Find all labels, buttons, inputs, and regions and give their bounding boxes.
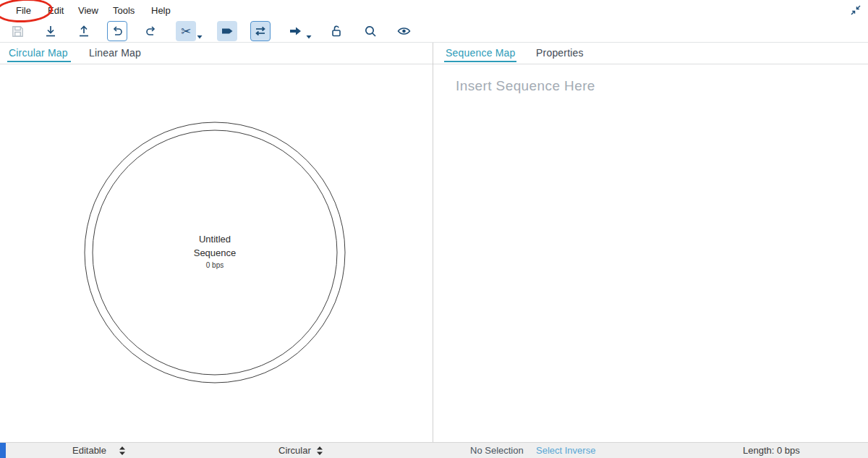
menu-view[interactable]: View <box>78 5 98 16</box>
download-button[interactable] <box>41 21 61 41</box>
topology-sort-icon[interactable] <box>316 446 323 458</box>
length-status: Length: 0 bps <box>743 445 800 456</box>
menu-tools[interactable]: Tools <box>113 5 135 16</box>
plasmid-label: Untitled Sequence 0 bps <box>157 232 273 269</box>
toolbar-divider <box>0 42 868 43</box>
panel-divider <box>433 43 433 442</box>
plasmid-name-line2: Sequence <box>157 246 273 260</box>
visibility-button[interactable] <box>393 21 414 41</box>
selection-status: No Selection <box>470 445 524 456</box>
tab-circular-map[interactable]: Circular Map <box>9 47 68 59</box>
status-bar: Editable Circular No Selection Select In… <box>0 442 868 458</box>
cut-dropdown-chevron-icon[interactable] <box>197 29 203 42</box>
save-icon <box>11 25 25 38</box>
redo-icon <box>144 24 158 38</box>
editable-sort-icon[interactable] <box>119 446 126 458</box>
cut-button[interactable]: ✂ <box>176 21 196 41</box>
plasmid-name-line1: Untitled <box>157 232 273 246</box>
unlock-icon <box>329 24 344 38</box>
lock-button[interactable] <box>326 21 346 41</box>
topology-toggle[interactable]: Circular <box>278 445 311 456</box>
tab-properties[interactable]: Properties <box>536 47 584 59</box>
search-icon <box>363 24 378 38</box>
tab-sequence-map-underline <box>444 61 516 62</box>
status-accent <box>0 443 6 458</box>
upload-icon <box>77 24 91 38</box>
tab-linear-map[interactable]: Linear Map <box>89 47 141 59</box>
app-window: File Edit View Tools Help <box>0 0 868 458</box>
sequence-placeholder: Insert Sequence Here <box>456 78 595 94</box>
redo-button[interactable] <box>141 21 161 41</box>
menu-file[interactable]: File <box>16 5 31 16</box>
select-inverse-link[interactable]: Select Inverse <box>536 445 595 456</box>
label-tag-icon <box>220 24 234 38</box>
menu-edit[interactable]: Edit <box>48 5 64 16</box>
upload-button[interactable] <box>74 21 94 41</box>
undo-button[interactable] <box>107 21 127 41</box>
plasmid-length: 0 bps <box>157 261 273 269</box>
download-icon <box>43 24 58 38</box>
search-button[interactable] <box>360 21 380 41</box>
collapse-arrows-icon[interactable] <box>849 4 862 17</box>
eye-icon <box>396 24 412 38</box>
editable-toggle[interactable]: Editable <box>72 445 106 456</box>
feature-arrow-button[interactable] <box>285 21 305 41</box>
tab-sequence-map[interactable]: Sequence Map <box>446 47 516 59</box>
tab-circular-map-underline <box>7 61 71 62</box>
arrow-right-icon <box>288 24 302 38</box>
swap-orientation-button[interactable] <box>250 21 271 41</box>
menu-help[interactable]: Help <box>151 5 171 16</box>
undo-icon <box>110 24 124 38</box>
label-button[interactable] <box>217 21 237 41</box>
arrow-dropdown-chevron-icon[interactable] <box>306 29 312 42</box>
save-button[interactable] <box>7 21 27 41</box>
tabbar-divider <box>0 64 868 64</box>
swap-arrows-icon <box>253 24 268 38</box>
cut-scissors-icon: ✂ <box>181 25 191 38</box>
